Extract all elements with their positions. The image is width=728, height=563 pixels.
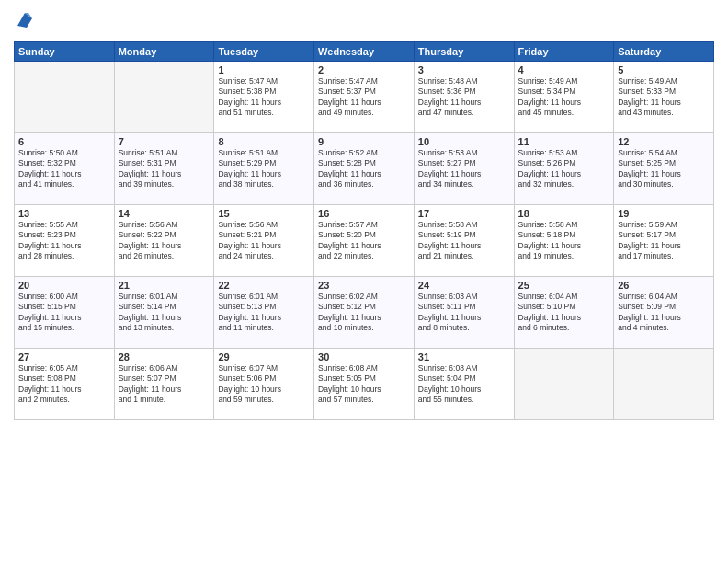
day-info: Sunrise: 6:04 AMSunset: 5:10 PMDaylight:… [518,292,610,334]
calendar-cell: 5Sunrise: 5:49 AMSunset: 5:33 PMDaylight… [614,61,714,132]
day-info: Sunrise: 5:51 AMSunset: 5:29 PMDaylight:… [218,148,310,190]
day-number: 27 [18,351,110,362]
calendar-cell: 24Sunrise: 6:03 AMSunset: 5:11 PMDayligh… [414,276,514,348]
day-of-week-header: Saturday [614,41,714,61]
calendar-table: SundayMondayTuesdayWednesdayThursdayFrid… [14,41,714,420]
day-of-week-header: Thursday [414,41,514,61]
day-number: 16 [318,208,410,219]
day-info: Sunrise: 6:01 AMSunset: 5:14 PMDaylight:… [119,292,210,334]
day-info: Sunrise: 6:00 AMSunset: 5:15 PMDaylight:… [18,292,110,334]
logo-text [14,9,34,34]
day-info: Sunrise: 5:58 AMSunset: 5:19 PMDaylight:… [418,220,510,262]
calendar-week-row: 27Sunrise: 6:05 AMSunset: 5:08 PMDayligh… [15,348,714,419]
day-number: 29 [218,351,310,362]
day-info: Sunrise: 6:03 AMSunset: 5:11 PMDaylight:… [418,292,510,334]
day-number: 7 [119,136,210,147]
day-of-week-header: Monday [114,41,214,61]
day-number: 1 [218,64,310,75]
day-number: 3 [418,64,510,75]
calendar-cell: 18Sunrise: 5:58 AMSunset: 5:18 PMDayligh… [514,204,614,276]
day-number: 20 [18,280,110,291]
day-number: 24 [418,280,510,291]
day-of-week-header: Sunday [15,41,115,61]
calendar-cell [614,348,714,419]
day-number: 30 [318,351,410,362]
calendar-cell: 21Sunrise: 6:01 AMSunset: 5:14 PMDayligh… [114,276,214,348]
day-info: Sunrise: 6:04 AMSunset: 5:09 PMDaylight:… [618,292,710,334]
day-info: Sunrise: 5:49 AMSunset: 5:33 PMDaylight:… [618,76,710,119]
day-number: 6 [18,136,110,147]
calendar-cell: 25Sunrise: 6:04 AMSunset: 5:10 PMDayligh… [514,276,614,348]
page-container: SundayMondayTuesdayWednesdayThursdayFrid… [0,0,728,428]
day-info: Sunrise: 5:51 AMSunset: 5:31 PMDaylight:… [119,148,210,190]
calendar-cell: 2Sunrise: 5:47 AMSunset: 5:37 PMDaylight… [314,61,415,132]
calendar-cell: 17Sunrise: 5:58 AMSunset: 5:19 PMDayligh… [414,204,514,276]
calendar-cell: 14Sunrise: 5:56 AMSunset: 5:22 PMDayligh… [114,204,214,276]
logo-icon [16,9,34,29]
calendar-cell: 16Sunrise: 5:57 AMSunset: 5:20 PMDayligh… [314,204,415,276]
day-info: Sunrise: 5:59 AMSunset: 5:17 PMDaylight:… [618,220,710,262]
day-number: 31 [418,351,510,362]
day-number: 18 [518,208,610,219]
day-info: Sunrise: 5:50 AMSunset: 5:32 PMDaylight:… [18,148,110,190]
calendar-cell: 7Sunrise: 5:51 AMSunset: 5:31 PMDaylight… [114,132,214,204]
day-info: Sunrise: 5:56 AMSunset: 5:21 PMDaylight:… [218,220,310,262]
day-info: Sunrise: 5:53 AMSunset: 5:27 PMDaylight:… [418,148,510,190]
calendar-week-row: 20Sunrise: 6:00 AMSunset: 5:15 PMDayligh… [15,276,714,348]
calendar-cell: 13Sunrise: 5:55 AMSunset: 5:23 PMDayligh… [15,204,115,276]
day-number: 2 [318,64,410,75]
calendar-cell: 19Sunrise: 5:59 AMSunset: 5:17 PMDayligh… [614,204,714,276]
calendar-cell [514,348,614,419]
day-number: 13 [18,208,110,219]
day-info: Sunrise: 5:47 AMSunset: 5:37 PMDaylight:… [318,76,410,119]
day-number: 22 [218,280,310,291]
day-number: 8 [218,136,310,147]
day-number: 15 [218,208,310,219]
calendar-header-row: SundayMondayTuesdayWednesdayThursdayFrid… [15,41,714,61]
day-info: Sunrise: 6:07 AMSunset: 5:06 PMDaylight:… [218,363,310,406]
day-number: 11 [518,136,610,147]
day-info: Sunrise: 6:05 AMSunset: 5:08 PMDaylight:… [18,363,110,406]
day-number: 17 [418,208,510,219]
day-info: Sunrise: 5:48 AMSunset: 5:36 PMDaylight:… [418,76,510,119]
day-of-week-header: Friday [514,41,614,61]
day-info: Sunrise: 6:01 AMSunset: 5:13 PMDaylight:… [218,292,310,334]
calendar-cell: 23Sunrise: 6:02 AMSunset: 5:12 PMDayligh… [314,276,415,348]
calendar-cell: 10Sunrise: 5:53 AMSunset: 5:27 PMDayligh… [414,132,514,204]
calendar-cell: 9Sunrise: 5:52 AMSunset: 5:28 PMDaylight… [314,132,415,204]
calendar-cell: 26Sunrise: 6:04 AMSunset: 5:09 PMDayligh… [614,276,714,348]
calendar-week-row: 1Sunrise: 5:47 AMSunset: 5:38 PMDaylight… [15,61,714,132]
day-number: 4 [518,64,610,75]
day-of-week-header: Tuesday [214,41,314,61]
calendar-cell [15,61,115,132]
calendar-week-row: 6Sunrise: 5:50 AMSunset: 5:32 PMDaylight… [15,132,714,204]
calendar-cell: 30Sunrise: 6:08 AMSunset: 5:05 PMDayligh… [314,348,415,419]
day-info: Sunrise: 6:08 AMSunset: 5:04 PMDaylight:… [418,363,510,406]
day-of-week-header: Wednesday [314,41,415,61]
calendar-cell: 20Sunrise: 6:00 AMSunset: 5:15 PMDayligh… [15,276,115,348]
calendar-cell: 27Sunrise: 6:05 AMSunset: 5:08 PMDayligh… [15,348,115,419]
calendar-cell: 4Sunrise: 5:49 AMSunset: 5:34 PMDaylight… [514,61,614,132]
day-info: Sunrise: 5:54 AMSunset: 5:25 PMDaylight:… [618,148,710,190]
calendar-cell [114,61,214,132]
calendar-week-row: 13Sunrise: 5:55 AMSunset: 5:23 PMDayligh… [15,204,714,276]
logo [14,9,34,34]
day-info: Sunrise: 5:57 AMSunset: 5:20 PMDaylight:… [318,220,410,262]
day-number: 5 [618,64,710,75]
day-number: 14 [119,208,210,219]
calendar-cell: 12Sunrise: 5:54 AMSunset: 5:25 PMDayligh… [614,132,714,204]
day-number: 23 [318,280,410,291]
day-info: Sunrise: 6:08 AMSunset: 5:05 PMDaylight:… [318,363,410,406]
day-number: 28 [119,351,210,362]
calendar-cell: 29Sunrise: 6:07 AMSunset: 5:06 PMDayligh… [214,348,314,419]
calendar-cell: 31Sunrise: 6:08 AMSunset: 5:04 PMDayligh… [414,348,514,419]
day-number: 25 [518,280,610,291]
calendar-cell: 8Sunrise: 5:51 AMSunset: 5:29 PMDaylight… [214,132,314,204]
calendar-cell: 22Sunrise: 6:01 AMSunset: 5:13 PMDayligh… [214,276,314,348]
day-info: Sunrise: 6:06 AMSunset: 5:07 PMDaylight:… [119,363,210,406]
day-info: Sunrise: 5:55 AMSunset: 5:23 PMDaylight:… [18,220,110,262]
day-info: Sunrise: 5:52 AMSunset: 5:28 PMDaylight:… [318,148,410,190]
calendar-cell: 15Sunrise: 5:56 AMSunset: 5:21 PMDayligh… [214,204,314,276]
day-info: Sunrise: 5:53 AMSunset: 5:26 PMDaylight:… [518,148,610,190]
day-number: 26 [618,280,710,291]
